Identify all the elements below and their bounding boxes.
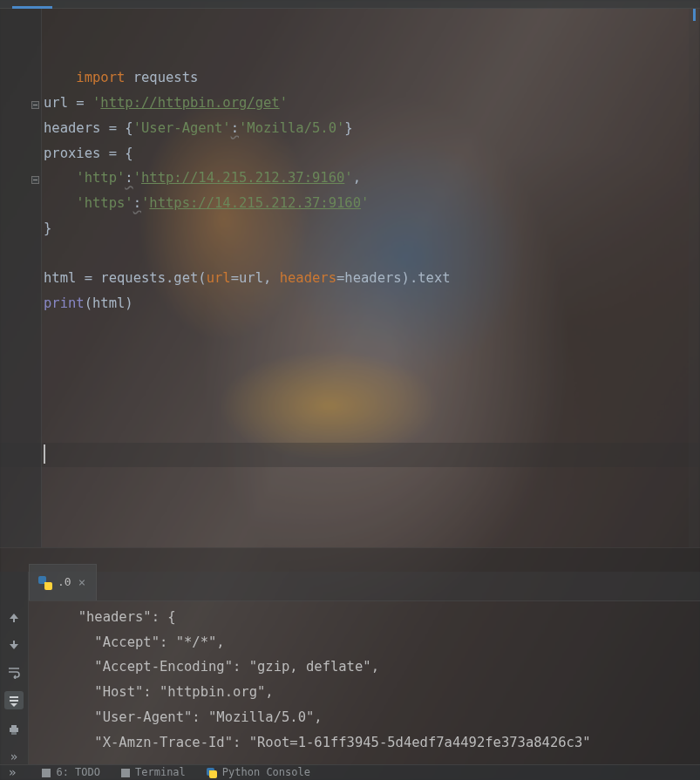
- close-icon[interactable]: ×: [78, 570, 85, 595]
- code-comma: ,: [263, 270, 280, 286]
- code-text: url =: [44, 95, 92, 111]
- arrow-up-icon[interactable]: [6, 610, 22, 625]
- fold-icon[interactable]: [31, 176, 39, 184]
- out: "User-Agent": [62, 709, 192, 725]
- scrollbar-marker: [693, 9, 696, 21]
- code-editor[interactable]: import requests url = 'http://httpbin.or…: [0, 9, 700, 547]
- status-terminal[interactable]: Terminal: [121, 760, 186, 780]
- code-text: requests: [125, 70, 198, 85]
- out: "Mozilla/5.0": [208, 709, 314, 725]
- code-text: headers = {: [44, 120, 133, 136]
- caret-line-highlight: [0, 443, 700, 467]
- panel-splitter[interactable]: [0, 547, 700, 572]
- code-text: =url: [231, 270, 263, 286]
- code-url[interactable]: http://14.215.212.37:9160: [141, 170, 344, 186]
- status-python-console[interactable]: Python Console: [207, 760, 310, 780]
- svg-rect-0: [13, 618, 15, 622]
- editor-scrollbar[interactable]: [689, 9, 700, 547]
- console-output[interactable]: "headers": { "Accept": "*/*", "Accept-En…: [29, 601, 700, 764]
- terminal-icon: [121, 769, 130, 777]
- out: ,: [216, 634, 224, 650]
- code-kwarg: headers: [280, 270, 336, 286]
- code-string: 'User-Agent': [133, 120, 231, 136]
- text-caret: [44, 444, 45, 464]
- code-string: 'https': [76, 195, 133, 211]
- code-text: html = requests.get(: [44, 270, 207, 286]
- status-pyconsole-label: Python Console: [222, 760, 310, 780]
- svg-rect-4: [11, 732, 17, 735]
- code-builtin: print: [44, 295, 85, 311]
- print-icon[interactable]: [6, 722, 22, 736]
- out: "Host": [62, 684, 143, 700]
- soft-wrap-icon[interactable]: [6, 664, 22, 679]
- code-indent: [44, 170, 76, 186]
- out: "gzip, deflate": [249, 659, 371, 675]
- svg-rect-2: [10, 728, 18, 732]
- code-string-quote: ': [280, 95, 288, 111]
- code-text: }: [344, 120, 352, 136]
- out: "headers": [62, 609, 152, 625]
- code-colon: :: [125, 170, 133, 186]
- run-tabs: .0 ×: [29, 572, 700, 601]
- out: ,: [371, 659, 379, 675]
- code-string-quote: ': [344, 170, 352, 186]
- editor-gutter[interactable]: [0, 9, 42, 547]
- arrow-down-icon[interactable]: [6, 637, 22, 652]
- todo-icon: [42, 769, 51, 777]
- code-string-quote: ': [133, 170, 141, 186]
- code-colon: :: [231, 120, 239, 136]
- out: ,: [314, 709, 322, 725]
- svg-rect-3: [11, 725, 17, 728]
- status-todo-label: 6: TODO: [56, 760, 100, 780]
- python-icon: [38, 576, 52, 590]
- status-bar: » 6: TODO Terminal Python Console: [0, 764, 700, 780]
- code-comma: ,: [353, 170, 361, 186]
- code-colon: :: [133, 195, 141, 211]
- status-todo[interactable]: 6: TODO: [42, 760, 100, 780]
- code-string-quote: ': [361, 195, 369, 211]
- out: "X-Amzn-Trace-Id": [62, 735, 233, 750]
- out: "Accept-Encoding": [62, 659, 233, 675]
- editor-tab-bar: [0, 0, 700, 9]
- out: "Root=1-61ff3945-5d4edf7a4492fe373a8426c…: [249, 735, 591, 750]
- run-toolbar: »: [0, 572, 29, 764]
- out: :: [143, 684, 160, 700]
- code-text: proxies = {: [44, 146, 133, 161]
- code-area[interactable]: import requests url = 'http://httpbin.or…: [42, 9, 700, 547]
- code-url[interactable]: http://httpbin.org/get: [100, 95, 279, 111]
- out: "*/*": [176, 634, 217, 650]
- expand-icon[interactable]: »: [9, 760, 16, 780]
- out: :: [160, 634, 176, 650]
- code-url[interactable]: https://14.215.212.37:9160: [149, 195, 361, 211]
- python-icon: [207, 768, 217, 778]
- run-tab[interactable]: .0 ×: [29, 564, 97, 600]
- code-text: =headers).text: [336, 270, 451, 286]
- code-keyword: import: [76, 70, 125, 85]
- run-tab-label: .0: [58, 570, 71, 595]
- code-string: 'Mozilla/5.0': [239, 120, 344, 136]
- code-text: }: [44, 220, 51, 236]
- out: "httpbin.org": [160, 684, 265, 700]
- code-indent: [44, 195, 76, 211]
- scroll-to-end-icon[interactable]: [4, 691, 24, 709]
- code-kwarg: url: [207, 270, 231, 286]
- out: :: [233, 735, 249, 750]
- out: :: [192, 709, 208, 725]
- status-terminal-label: Terminal: [135, 760, 186, 780]
- code-string-quote: ': [92, 95, 100, 111]
- out: :: [233, 659, 249, 675]
- code-string: 'http': [76, 170, 125, 186]
- svg-rect-1: [13, 641, 15, 645]
- out: ,: [265, 684, 273, 700]
- fold-icon[interactable]: [31, 101, 39, 109]
- run-tool-window: » .0 × "headers": { "Accept": "*/*", "Ac…: [0, 572, 700, 764]
- code-string-quote: ': [141, 195, 149, 211]
- out: "Accept": [62, 634, 160, 650]
- out: : {: [152, 609, 176, 625]
- code-text: (html): [85, 295, 133, 311]
